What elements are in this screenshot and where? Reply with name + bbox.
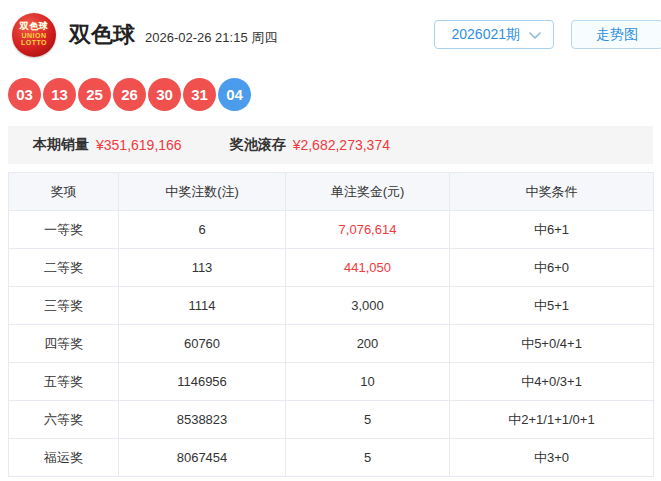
period-selector-dropdown[interactable]: 2026021期 [434,20,554,49]
winner-count-cell: 60760 [119,325,286,363]
trend-chart-label: 走势图 [596,26,638,44]
pool-label: 奖池滚存 [230,136,286,154]
table-row: 四等奖 60760 200 中5+0/4+1 [9,325,654,363]
winner-count-cell: 113 [119,249,286,287]
win-condition-cell: 中6+1 [450,211,654,249]
prize-table-header-row: 奖项 中奖注数(注) 单注奖金(元) 中奖条件 [9,173,654,211]
prize-amount-cell: 10 [286,363,450,401]
red-ball-31: 31 [183,78,216,111]
sales-label: 本期销量 [33,136,89,154]
header: 双色球 UNION LOTTO 双色球 2026-02-26 21:15 周四 … [0,0,661,58]
period-selector-label: 2026021期 [451,26,520,44]
balls-row: 03132526303104 [8,78,661,111]
win-condition-cell: 中2+1/1+1/0+1 [450,401,654,439]
red-ball-26: 26 [113,78,146,111]
logo-text-cn: 双色球 [20,22,49,31]
col-header-amount: 单注奖金(元) [286,173,450,211]
col-header-prize: 奖项 [9,173,119,211]
logo-text-union: UNION [21,32,46,39]
prize-name-cell: 福运奖 [9,439,119,477]
prize-name-cell: 六等奖 [9,401,119,439]
blue-ball-04: 04 [218,78,251,111]
red-ball-03: 03 [8,78,41,111]
red-ball-30: 30 [148,78,181,111]
prize-name-cell: 五等奖 [9,363,119,401]
prize-amount-cell: 7,076,614 [286,211,450,249]
prize-name-cell: 二等奖 [9,249,119,287]
summary-bar: 本期销量 ¥351,619,166 奖池滚存 ¥2,682,273,374 [8,126,653,164]
chevron-down-icon [529,32,541,40]
table-row: 二等奖 113 441,050 中6+0 [9,249,654,287]
pool-value: ¥2,682,273,374 [293,137,390,153]
prize-table: 奖项 中奖注数(注) 单注奖金(元) 中奖条件 一等奖 6 7,076,614 … [8,172,654,477]
win-condition-cell: 中5+1 [450,287,654,325]
prize-amount-cell: 200 [286,325,450,363]
union-lotto-logo: 双色球 UNION LOTTO [12,13,56,57]
table-row: 六等奖 8538823 5 中2+1/1+1/0+1 [9,401,654,439]
table-row: 福运奖 8067454 5 中3+0 [9,439,654,477]
table-row: 一等奖 6 7,076,614 中6+1 [9,211,654,249]
prize-amount-cell: 5 [286,439,450,477]
prize-name-cell: 三等奖 [9,287,119,325]
col-header-condition: 中奖条件 [450,173,654,211]
table-row: 五等奖 1146956 10 中4+0/3+1 [9,363,654,401]
winner-count-cell: 8067454 [119,439,286,477]
winner-count-cell: 1114 [119,287,286,325]
winner-count-cell: 1146956 [119,363,286,401]
lottery-result-page: 双色球 UNION LOTTO 双色球 2026-02-26 21:15 周四 … [0,0,661,481]
win-condition-cell: 中6+0 [450,249,654,287]
table-row: 三等奖 1114 3,000 中5+1 [9,287,654,325]
prize-name-cell: 四等奖 [9,325,119,363]
win-condition-cell: 中5+0/4+1 [450,325,654,363]
win-condition-cell: 中4+0/3+1 [450,363,654,401]
page-title: 双色球 [69,20,135,50]
prize-amount-cell: 441,050 [286,249,450,287]
winner-count-cell: 6 [119,211,286,249]
red-ball-25: 25 [78,78,111,111]
prize-amount-cell: 3,000 [286,287,450,325]
win-condition-cell: 中3+0 [450,439,654,477]
logo-text-lotto: LOTTO [21,39,47,46]
red-ball-13: 13 [43,78,76,111]
trend-chart-button[interactable]: 走势图 [571,20,661,49]
prize-name-cell: 一等奖 [9,211,119,249]
prize-amount-cell: 5 [286,401,450,439]
sales-value: ¥351,619,166 [96,137,182,153]
draw-datetime: 2026-02-26 21:15 周四 [145,29,277,47]
prize-table-body: 一等奖 6 7,076,614 中6+1 二等奖 113 441,050 中6+… [9,211,654,477]
winner-count-cell: 8538823 [119,401,286,439]
col-header-count: 中奖注数(注) [119,173,286,211]
